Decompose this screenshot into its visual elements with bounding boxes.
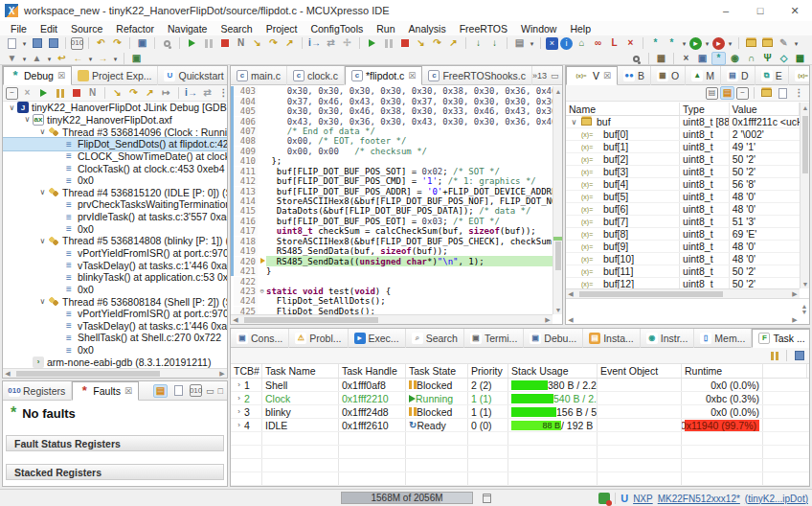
variable-row[interactable]: (x)=buf[9]uint8_t48 '0' (566, 241, 800, 253)
resume-icon[interactable] (185, 36, 199, 50)
close-tab-icon[interactable]: ☒ (57, 71, 65, 80)
fold-minus-icon[interactable]: ⊖ (258, 288, 266, 295)
instruction-stepping-icon[interactable]: i→ (184, 86, 198, 100)
variable-row[interactable]: (x)=buf[7]uint8_t51 '3' (566, 216, 800, 228)
close-tab-icon[interactable]: ☒ (124, 386, 132, 396)
filter-icon[interactable]: ▤ (512, 36, 527, 50)
maximize-icon[interactable]: □ (743, 0, 778, 21)
new-wizard-menu[interactable]: ▾ (21, 36, 28, 50)
code-line[interactable]: 403 0x30, 0x30, 0x30, 0x30, 0x30, 0x38, … (231, 86, 553, 96)
code-line[interactable]: 418 StoreASCIIHex8(&buf[FLIP_DOT_BUF_POS… (231, 237, 553, 246)
debug-tree-item[interactable]: ≡vPortYieldFromISR() at port.c:970 0xa12… (3, 308, 227, 320)
debug-step-into-icon[interactable]: ↘ (414, 36, 428, 50)
code-area[interactable]: 403 0x30, 0x30, 0x30, 0x30, 0x30, 0x38, … (231, 86, 553, 314)
task-column-event-object[interactable]: Event Object (598, 364, 682, 378)
terminate-icon[interactable] (69, 86, 83, 100)
debug-tree-item[interactable]: ≡prvIdleTask() at tasks.c:3'557 0xac50 (3, 211, 227, 223)
new-ide-window-icon[interactable]: ▣ (129, 52, 144, 65)
flash-program-icon[interactable]: ↓ (487, 36, 502, 50)
flash-download-icon[interactable]: ↓ (471, 36, 485, 50)
code-line[interactable]: 411 buf[FLIP_DOT_BUF_POS_SOT] = 0x02; /*… (231, 167, 553, 176)
debug-tree-item[interactable]: ∨Thread #3 536814096 (Clock : Running [P… (3, 126, 227, 138)
task-column-task-state[interactable]: Task State (406, 364, 468, 378)
prev-annotation-icon[interactable]: ▲ (30, 52, 44, 65)
vendor-link[interactable]: NXP (633, 494, 653, 504)
task-column-runtime[interactable]: Runtime (682, 364, 763, 378)
perspective-grid-icon[interactable]: ▦ (793, 52, 807, 65)
variables-tab-g[interactable]: (x)=G (789, 66, 810, 85)
expander-icon[interactable]: › (234, 380, 244, 389)
perspective-swv-icon[interactable]: Ψ (760, 52, 775, 65)
variables-tab-v[interactable]: (x)=V☒ (566, 66, 618, 85)
sdk-status-icon[interactable] (598, 493, 610, 504)
annotate-icon[interactable]: ✎ (777, 36, 791, 50)
variables-tab-d[interactable]: ▤D (721, 66, 756, 85)
code-line[interactable]: 422 (231, 276, 553, 286)
debug-tree-item[interactable]: ≡ClockTask() at clock.c:453 0xeb4 (3, 162, 227, 174)
tab-overflow-count[interactable]: »13 (532, 71, 547, 80)
variable-row[interactable]: (x)=buf[3]uint8_t50 '2' (566, 166, 800, 178)
debug-horizontal-scrollbar[interactable]: ◀▶ (3, 368, 227, 378)
next-annotation-icon[interactable]: ▼ (5, 52, 19, 65)
console-tab-insta-[interactable]: ▤Insta... (583, 329, 641, 348)
expander-icon[interactable]: › (234, 394, 244, 402)
redo-icon[interactable]: ↷ (110, 36, 124, 50)
debug-tree-item[interactable]: ›arm-none-eabi-gdb (8.3.1.20191211) (3, 356, 227, 368)
debug-tab-quickstart-p-[interactable]: UQuickstart P... (158, 66, 228, 85)
code-line[interactable]: 417 uint8_t checkSum = calcCheckSum(buf,… (231, 226, 553, 236)
code-line[interactable]: 406 0x43, 0x30, 0x36, 0x30, 0x43, 0x30, … (231, 116, 553, 126)
code-line[interactable]: 416 buf[FLIP_DOT_BUF_POS_EOT] = 0x03; /*… (231, 217, 553, 226)
save-all-icon[interactable] (46, 36, 60, 50)
code-line[interactable]: 407 /* End of data */ (231, 126, 553, 136)
debug-tree-item[interactable]: ∨Thread #5 536814808 (blinky [P: 1]) (Su… (3, 235, 227, 247)
open-perspective-icon[interactable]: ▦ (654, 52, 668, 65)
task-row[interactable]: ›1Shell0x1fff0af8 Blocked2 (2) 380 B / 2… (231, 379, 809, 392)
faults-tab-registers[interactable]: 010Registers (3, 381, 72, 401)
show-logical-icon[interactable]: ▤ (720, 86, 734, 100)
expander-icon[interactable]: ∨ (37, 237, 48, 245)
variable-row[interactable]: (x)=buf[5]uint8_t48 '0' (566, 191, 800, 203)
variable-row[interactable]: (x)=buf[11]uint8_t50 '2' (566, 265, 800, 278)
copy-icon[interactable] (171, 384, 186, 398)
back-caret[interactable]: ▾ (87, 52, 94, 65)
perspective-tools-icon[interactable]: × (679, 52, 693, 65)
code-line[interactable]: 415 DataDots(&buf[FLIP_DOT_BUF_POS_DATA]… (231, 206, 553, 216)
close-tab-icon[interactable]: ☒ (603, 71, 611, 80)
new-view-icon[interactable] (759, 86, 774, 100)
forward-caret[interactable]: ▾ (112, 52, 119, 65)
task-column-task-name[interactable]: Task Name (262, 364, 339, 378)
debug-tree-item[interactable]: ≡prvCheckTasksWaitingTermination() at ta… (3, 198, 227, 211)
device-link[interactable]: MK22FN512xxx12* (658, 494, 740, 504)
variable-row[interactable]: (x)=buf[8]uint8_t69 'E' (566, 228, 800, 241)
expander-icon[interactable]: ∨ (37, 297, 48, 306)
perspective-develop-icon[interactable]: ◉ (728, 52, 742, 65)
menu-analysis[interactable]: Analysis (402, 23, 453, 34)
debug-tree-item[interactable]: ≡blinkyTask() at application.c:53 0x8e6 (3, 271, 227, 284)
variables-column-value[interactable]: Value (730, 103, 800, 115)
console-tab-debu-[interactable]: ▣Debu... (524, 329, 583, 348)
menu-file[interactable]: File (4, 23, 34, 34)
debug-suspend-icon[interactable] (381, 36, 395, 50)
save-icon[interactable] (792, 349, 806, 362)
variables-column-name[interactable]: Name (566, 103, 680, 115)
code-line[interactable]: 408 0x00, /* EOT, footer */ (231, 136, 553, 146)
autosuspend-icon[interactable]: ⇄ (324, 36, 338, 50)
code-line[interactable]: 424 FlipDot_SetAllDots(); (231, 296, 553, 306)
variables-tab-m[interactable]: ▲M (686, 66, 721, 85)
instruction-stepping-icon[interactable]: i→ (307, 36, 322, 50)
debug-resume-icon[interactable] (365, 36, 379, 50)
debug-tree-item[interactable]: ≡0x0 (3, 174, 227, 187)
console-tab-termi-[interactable]: ▣Termi... (464, 329, 524, 348)
variable-row[interactable]: (x)=buf[4]uint8_t56 '8' (566, 178, 800, 191)
show-columns-icon[interactable]: ▤ (706, 87, 718, 100)
variable-row[interactable]: (x)=buf[2]uint8_t50 '2' (566, 153, 800, 166)
view-menu-icon[interactable]: ⋮ (216, 86, 228, 100)
menu-navigate[interactable]: Navigate (161, 23, 214, 34)
perspective-debug-icon[interactable]: * (711, 52, 726, 65)
suspend-updates-icon[interactable] (767, 349, 781, 362)
console-tab-cons-[interactable]: ▣Cons... (231, 329, 289, 348)
autosuspend-icon[interactable]: ⇄ (200, 86, 214, 100)
view-menu-icon[interactable]: ⋮ (792, 86, 806, 100)
perspective-secure-icon[interactable]: ◇ (777, 52, 791, 65)
debug-tree-item[interactable]: ∨JtinyK22_HanoverFlipDot JLink Debug [GD… (3, 102, 227, 114)
